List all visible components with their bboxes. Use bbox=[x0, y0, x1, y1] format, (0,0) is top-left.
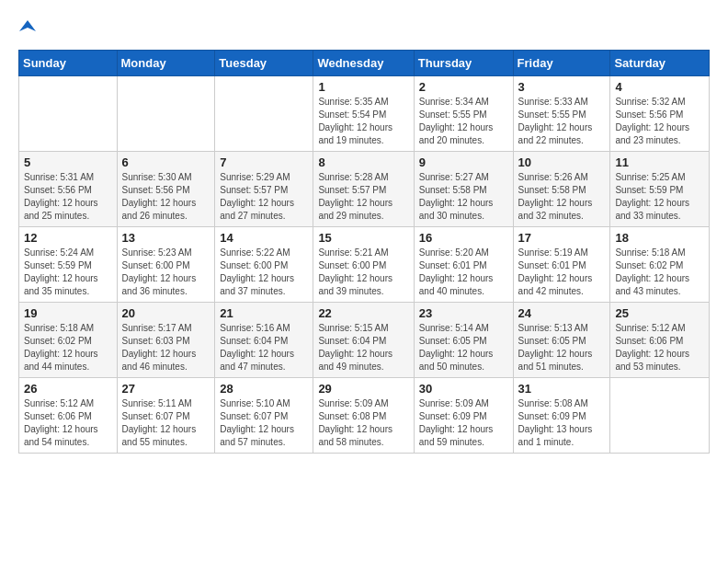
day-number: 16 bbox=[419, 231, 508, 245]
calendar-cell: 21Sunrise: 5:16 AM Sunset: 6:04 PM Dayli… bbox=[215, 303, 313, 378]
day-number: 31 bbox=[518, 382, 606, 396]
calendar-header-saturday: Saturday bbox=[610, 51, 710, 76]
calendar-cell: 10Sunrise: 5:26 AM Sunset: 5:58 PM Dayli… bbox=[513, 152, 610, 227]
calendar-cell: 4Sunrise: 5:32 AM Sunset: 5:56 PM Daylig… bbox=[610, 76, 710, 152]
calendar-cell: 25Sunrise: 5:12 AM Sunset: 6:06 PM Dayli… bbox=[610, 303, 710, 378]
calendar-body: 1Sunrise: 5:35 AM Sunset: 5:54 PM Daylig… bbox=[19, 76, 710, 454]
calendar-week-2: 5Sunrise: 5:31 AM Sunset: 5:56 PM Daylig… bbox=[19, 152, 710, 227]
day-number: 7 bbox=[220, 155, 308, 169]
day-info: Sunrise: 5:26 AM Sunset: 5:58 PM Dayligh… bbox=[518, 171, 606, 223]
day-number: 29 bbox=[318, 382, 408, 396]
calendar-cell: 11Sunrise: 5:25 AM Sunset: 5:59 PM Dayli… bbox=[610, 152, 710, 227]
page-header bbox=[18, 18, 710, 35]
calendar-week-1: 1Sunrise: 5:35 AM Sunset: 5:54 PM Daylig… bbox=[19, 76, 710, 152]
calendar-cell: 1Sunrise: 5:35 AM Sunset: 5:54 PM Daylig… bbox=[313, 76, 414, 152]
day-number: 11 bbox=[615, 155, 704, 169]
calendar-cell: 17Sunrise: 5:19 AM Sunset: 6:01 PM Dayli… bbox=[513, 227, 610, 303]
day-number: 26 bbox=[24, 382, 112, 396]
calendar-cell: 14Sunrise: 5:22 AM Sunset: 6:00 PM Dayli… bbox=[215, 227, 313, 303]
day-info: Sunrise: 5:28 AM Sunset: 5:57 PM Dayligh… bbox=[318, 171, 408, 223]
day-number: 9 bbox=[419, 155, 508, 169]
day-number: 8 bbox=[318, 155, 408, 169]
calendar-cell: 16Sunrise: 5:20 AM Sunset: 6:01 PM Dayli… bbox=[414, 227, 513, 303]
day-number: 19 bbox=[24, 306, 112, 320]
calendar-cell: 24Sunrise: 5:13 AM Sunset: 6:05 PM Dayli… bbox=[513, 303, 610, 378]
calendar-header-sunday: Sunday bbox=[19, 51, 118, 76]
calendar-cell: 2Sunrise: 5:34 AM Sunset: 5:55 PM Daylig… bbox=[414, 76, 513, 152]
calendar-cell: 30Sunrise: 5:09 AM Sunset: 6:09 PM Dayli… bbox=[414, 378, 513, 454]
calendar-cell: 7Sunrise: 5:29 AM Sunset: 5:57 PM Daylig… bbox=[215, 152, 313, 227]
calendar-cell: 27Sunrise: 5:11 AM Sunset: 6:07 PM Dayli… bbox=[117, 378, 215, 454]
calendar-cell bbox=[19, 76, 118, 152]
logo-bird-icon bbox=[19, 18, 36, 35]
calendar-week-4: 19Sunrise: 5:18 AM Sunset: 6:02 PM Dayli… bbox=[19, 303, 710, 378]
day-number: 23 bbox=[419, 306, 508, 320]
day-info: Sunrise: 5:08 AM Sunset: 6:09 PM Dayligh… bbox=[518, 397, 606, 449]
day-info: Sunrise: 5:13 AM Sunset: 6:05 PM Dayligh… bbox=[518, 322, 606, 373]
calendar-cell: 3Sunrise: 5:33 AM Sunset: 5:55 PM Daylig… bbox=[513, 76, 610, 152]
logo bbox=[18, 18, 37, 35]
calendar-cell: 28Sunrise: 5:10 AM Sunset: 6:07 PM Dayli… bbox=[215, 378, 313, 454]
day-number: 25 bbox=[615, 306, 704, 320]
day-number: 22 bbox=[318, 306, 408, 320]
day-info: Sunrise: 5:09 AM Sunset: 6:08 PM Dayligh… bbox=[318, 397, 408, 449]
calendar-cell: 19Sunrise: 5:18 AM Sunset: 6:02 PM Dayli… bbox=[19, 303, 118, 378]
calendar-header-thursday: Thursday bbox=[414, 51, 513, 76]
calendar-cell bbox=[610, 378, 710, 454]
day-info: Sunrise: 5:25 AM Sunset: 5:59 PM Dayligh… bbox=[615, 171, 704, 223]
day-info: Sunrise: 5:33 AM Sunset: 5:55 PM Dayligh… bbox=[518, 96, 606, 147]
day-number: 27 bbox=[122, 382, 210, 396]
calendar-cell: 18Sunrise: 5:18 AM Sunset: 6:02 PM Dayli… bbox=[610, 227, 710, 303]
calendar-header-wednesday: Wednesday bbox=[313, 51, 414, 76]
day-info: Sunrise: 5:27 AM Sunset: 5:58 PM Dayligh… bbox=[419, 171, 508, 223]
day-number: 15 bbox=[318, 231, 408, 245]
day-number: 10 bbox=[518, 155, 606, 169]
calendar-cell: 5Sunrise: 5:31 AM Sunset: 5:56 PM Daylig… bbox=[19, 152, 118, 227]
day-info: Sunrise: 5:17 AM Sunset: 6:03 PM Dayligh… bbox=[122, 322, 210, 373]
day-number: 14 bbox=[220, 231, 308, 245]
day-info: Sunrise: 5:11 AM Sunset: 6:07 PM Dayligh… bbox=[122, 397, 210, 449]
calendar-table: SundayMondayTuesdayWednesdayThursdayFrid… bbox=[18, 50, 710, 454]
day-number: 21 bbox=[220, 306, 308, 320]
day-info: Sunrise: 5:35 AM Sunset: 5:54 PM Dayligh… bbox=[318, 96, 408, 147]
day-number: 24 bbox=[518, 306, 606, 320]
calendar-cell: 22Sunrise: 5:15 AM Sunset: 6:04 PM Dayli… bbox=[313, 303, 414, 378]
calendar-cell: 23Sunrise: 5:14 AM Sunset: 6:05 PM Dayli… bbox=[414, 303, 513, 378]
calendar-cell: 8Sunrise: 5:28 AM Sunset: 5:57 PM Daylig… bbox=[313, 152, 414, 227]
day-info: Sunrise: 5:16 AM Sunset: 6:04 PM Dayligh… bbox=[220, 322, 308, 373]
day-info: Sunrise: 5:09 AM Sunset: 6:09 PM Dayligh… bbox=[419, 397, 508, 449]
day-number: 20 bbox=[122, 306, 210, 320]
day-info: Sunrise: 5:34 AM Sunset: 5:55 PM Dayligh… bbox=[419, 96, 508, 147]
calendar-week-5: 26Sunrise: 5:12 AM Sunset: 6:06 PM Dayli… bbox=[19, 378, 710, 454]
day-info: Sunrise: 5:10 AM Sunset: 6:07 PM Dayligh… bbox=[220, 397, 308, 449]
calendar-header-tuesday: Tuesday bbox=[215, 51, 313, 76]
day-number: 18 bbox=[615, 231, 704, 245]
calendar-cell: 26Sunrise: 5:12 AM Sunset: 6:06 PM Dayli… bbox=[19, 378, 118, 454]
calendar-cell bbox=[117, 76, 215, 152]
calendar-cell: 12Sunrise: 5:24 AM Sunset: 5:59 PM Dayli… bbox=[19, 227, 118, 303]
day-info: Sunrise: 5:30 AM Sunset: 5:56 PM Dayligh… bbox=[122, 171, 210, 223]
day-info: Sunrise: 5:29 AM Sunset: 5:57 PM Dayligh… bbox=[220, 171, 308, 223]
calendar-cell: 29Sunrise: 5:09 AM Sunset: 6:08 PM Dayli… bbox=[313, 378, 414, 454]
calendar-week-3: 12Sunrise: 5:24 AM Sunset: 5:59 PM Dayli… bbox=[19, 227, 710, 303]
day-number: 30 bbox=[419, 382, 508, 396]
day-info: Sunrise: 5:31 AM Sunset: 5:56 PM Dayligh… bbox=[24, 171, 112, 223]
day-info: Sunrise: 5:22 AM Sunset: 6:00 PM Dayligh… bbox=[220, 247, 308, 298]
day-info: Sunrise: 5:18 AM Sunset: 6:02 PM Dayligh… bbox=[24, 322, 112, 373]
calendar-cell: 31Sunrise: 5:08 AM Sunset: 6:09 PM Dayli… bbox=[513, 378, 610, 454]
day-info: Sunrise: 5:32 AM Sunset: 5:56 PM Dayligh… bbox=[615, 96, 704, 147]
day-number: 6 bbox=[122, 155, 210, 169]
day-info: Sunrise: 5:18 AM Sunset: 6:02 PM Dayligh… bbox=[615, 247, 704, 298]
day-number: 2 bbox=[419, 80, 508, 94]
calendar-cell: 6Sunrise: 5:30 AM Sunset: 5:56 PM Daylig… bbox=[117, 152, 215, 227]
day-info: Sunrise: 5:23 AM Sunset: 6:00 PM Dayligh… bbox=[122, 247, 210, 298]
day-info: Sunrise: 5:19 AM Sunset: 6:01 PM Dayligh… bbox=[518, 247, 606, 298]
calendar-cell bbox=[215, 76, 313, 152]
calendar-header-friday: Friday bbox=[513, 51, 610, 76]
calendar-cell: 13Sunrise: 5:23 AM Sunset: 6:00 PM Dayli… bbox=[117, 227, 215, 303]
day-number: 13 bbox=[122, 231, 210, 245]
day-info: Sunrise: 5:12 AM Sunset: 6:06 PM Dayligh… bbox=[615, 322, 704, 373]
day-info: Sunrise: 5:21 AM Sunset: 6:00 PM Dayligh… bbox=[318, 247, 408, 298]
day-info: Sunrise: 5:24 AM Sunset: 5:59 PM Dayligh… bbox=[24, 247, 112, 298]
day-info: Sunrise: 5:20 AM Sunset: 6:01 PM Dayligh… bbox=[419, 247, 508, 298]
